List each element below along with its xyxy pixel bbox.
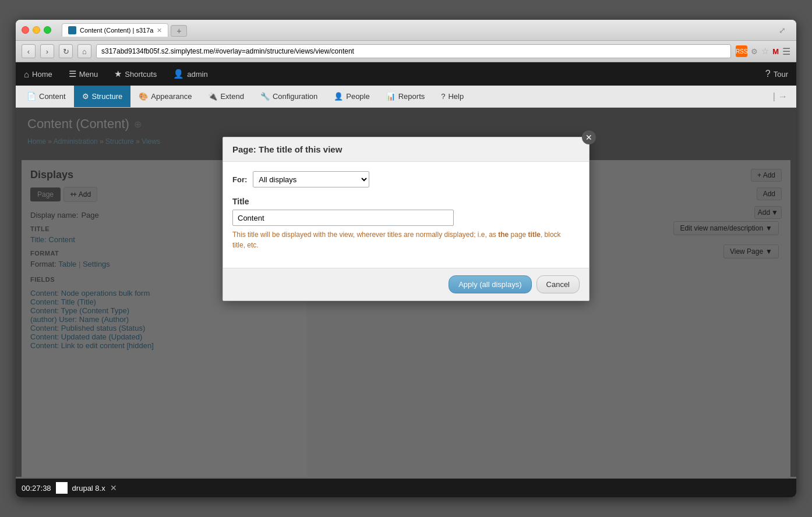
config-nav-label: Configuration (273, 92, 317, 101)
main-content: Content (Content) ⊕ Home » Administratio… (16, 108, 796, 497)
appearance-nav-icon: 🎨 (139, 92, 148, 101)
home-label: Home (32, 70, 52, 79)
modal-hint-title-link[interactable]: title (528, 231, 541, 239)
close-button[interactable] (22, 26, 29, 34)
reports-nav-icon: 📊 (386, 92, 396, 101)
nav-item-structure[interactable]: ⚙ Structure (74, 86, 131, 107)
nav-item-help[interactable]: ? Help (433, 86, 472, 107)
browser-titlebar: Content (Content) | s317a ✕ + ⤢ (16, 20, 796, 41)
nav-separator: | → (767, 91, 793, 102)
modal-header: Page: The title of this view (223, 137, 589, 162)
reports-nav-label: Reports (398, 92, 425, 101)
app-label: drupal 8.x (72, 484, 105, 493)
bookmark-icon[interactable]: ☆ (761, 46, 769, 56)
modal-title-input[interactable] (232, 210, 454, 226)
traffic-lights (22, 26, 51, 34)
timer-close-icon[interactable]: ✕ (110, 483, 117, 493)
menu-icon[interactable]: ☰ (782, 46, 790, 57)
modal-title: Page: The title of this view (232, 144, 342, 154)
qr-icon: ▦ (56, 482, 68, 494)
nav-item-content[interactable]: 📄 Content (19, 86, 74, 107)
content-nav-label: Content (39, 92, 66, 101)
modal-footer: Apply (all displays) Cancel (223, 268, 589, 300)
modal-hint: This title will be displayed with the vi… (232, 229, 580, 250)
back-button[interactable]: ‹ (22, 44, 36, 58)
tab-close-icon[interactable]: ✕ (157, 27, 162, 34)
menu-label: Menu (79, 70, 98, 79)
tour-label: Tour (774, 70, 788, 79)
active-tab[interactable]: Content (Content) | s317a ✕ (62, 23, 168, 37)
gmail-icon[interactable]: M (772, 47, 779, 56)
home-button[interactable]: ⌂ (77, 44, 91, 58)
timer-bar: 00:27:38 ▦ drupal 8.x ✕ (16, 479, 796, 497)
nav-item-extend[interactable]: 🔌 Extend (200, 86, 252, 107)
maximize-button[interactable] (44, 26, 51, 34)
timer-display: 00:27:38 (22, 484, 51, 493)
nav-arrow-icon: → (778, 91, 788, 102)
structure-nav-label: Structure (92, 92, 123, 101)
modal-field-label: Title (232, 197, 580, 206)
extend-nav-label: Extend (220, 92, 243, 101)
nav-item-reports[interactable]: 📊 Reports (378, 86, 433, 107)
people-nav-icon: 👤 (334, 92, 343, 101)
nav-item-appearance[interactable]: 🎨 Appearance (130, 86, 200, 107)
rss-icon: RSS (736, 45, 747, 57)
new-tab-button[interactable]: + (171, 25, 187, 37)
admin-label: admin (187, 70, 207, 79)
tab-title: Content (Content) | s317a (80, 27, 153, 34)
modal-for-select[interactable]: All displays This page (override) (253, 171, 369, 187)
admin-bar-right: ? Tour (757, 69, 796, 79)
browser-window: Content (Content) | s317a ✕ + ⤢ ‹ › ↻ ⌂ … (16, 20, 796, 497)
tour-button[interactable]: ? Tour (757, 69, 796, 79)
modal-close-button[interactable]: ✕ (582, 130, 596, 144)
help-circle-icon: ? (765, 69, 771, 79)
cancel-button[interactable]: Cancel (536, 275, 580, 293)
modal-body: For: All displays This page (override) T… (223, 162, 589, 268)
config-nav-icon: 🔧 (260, 92, 270, 101)
home-icon: ⌂ (24, 69, 29, 79)
apply-button[interactable]: Apply (all displays) (449, 275, 531, 293)
extension-icon: ⚙ (751, 47, 758, 56)
structure-nav-icon: ⚙ (82, 92, 89, 101)
appearance-nav-label: Appearance (151, 92, 192, 101)
help-nav-label: Help (448, 92, 464, 101)
shortcuts-label: Shortcuts (125, 70, 157, 79)
admin-user-item[interactable]: 👤 admin (165, 62, 216, 86)
refresh-button[interactable]: ↻ (59, 44, 73, 58)
expand-icon[interactable]: ⤢ (779, 26, 786, 35)
menu-icon: ☰ (69, 69, 76, 79)
modal-hint-page-link[interactable]: the (498, 231, 509, 239)
star-icon: ★ (114, 69, 122, 79)
people-nav-label: People (346, 92, 369, 101)
browser-icons: RSS ⚙ ☆ M ☰ (736, 45, 790, 57)
secondary-nav: 📄 Content ⚙ Structure 🎨 Appearance 🔌 Ext… (16, 86, 796, 108)
menu-admin-item[interactable]: ☰ Menu (61, 62, 107, 86)
minimize-button[interactable] (33, 26, 40, 34)
shortcuts-admin-item[interactable]: ★ Shortcuts (106, 62, 165, 86)
browser-controls: ‹ › ↻ ⌂ RSS ⚙ ☆ M ☰ (16, 41, 796, 62)
content-nav-icon: 📄 (27, 92, 36, 101)
nav-item-configuration[interactable]: 🔧 Configuration (252, 86, 326, 107)
modal-title-group: Title This title will be displayed with … (232, 197, 580, 250)
help-nav-icon: ? (441, 92, 445, 101)
tab-favicon (68, 26, 76, 34)
nav-item-people[interactable]: 👤 People (326, 86, 377, 107)
home-admin-item[interactable]: ⌂ Home (16, 62, 61, 86)
extend-nav-icon: 🔌 (208, 92, 217, 101)
forward-button[interactable]: › (40, 44, 54, 58)
tab-bar: Content (Content) | s317a ✕ + (62, 23, 774, 37)
address-bar[interactable] (96, 44, 731, 58)
modal-for-row: For: All displays This page (override) (232, 171, 580, 187)
user-icon: 👤 (173, 69, 184, 79)
modal-for-label: For: (232, 175, 247, 184)
modal-dialog: ✕ Page: The title of this view For: All … (223, 137, 589, 301)
admin-bar: ⌂ Home ☰ Menu ★ Shortcuts 👤 admin ? Tour (16, 62, 796, 86)
